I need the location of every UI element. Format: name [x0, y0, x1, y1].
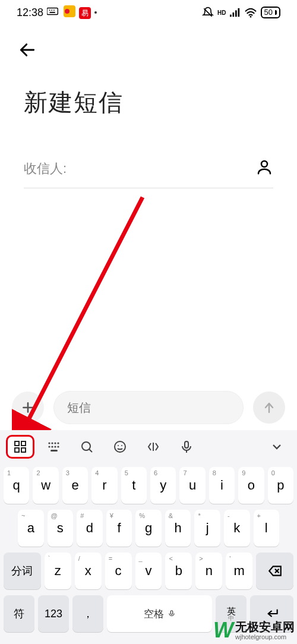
back-button[interactable]	[14, 37, 40, 65]
shift-key[interactable]: 分词	[4, 553, 41, 589]
status-bar: 12:38 易 HD 50	[0, 0, 297, 25]
key-s[interactable]: @s	[48, 510, 74, 547]
svg-rect-9	[238, 8, 239, 17]
arrow-up-icon	[262, 400, 276, 415]
key-r[interactable]: 4r	[91, 467, 117, 504]
svg-point-20	[57, 442, 59, 444]
svg-point-11	[261, 161, 267, 167]
key-c[interactable]: =c	[105, 553, 132, 589]
key-o[interactable]: 9o	[238, 467, 264, 504]
svg-point-23	[54, 446, 56, 447]
svg-point-27	[115, 441, 125, 452]
keyboard-cursor-button[interactable]	[139, 435, 168, 459]
key-j[interactable]: *j	[194, 510, 220, 547]
page-title: 新建短信	[0, 67, 297, 137]
numbers-key[interactable]: 123	[38, 595, 69, 632]
recipient-label[interactable]: 收信人:	[24, 160, 67, 178]
keyboard-status-icon	[47, 7, 60, 19]
keyboard: 1q2w3e4r5t6y7u8i9o0p ~a@s#d¥f%g&h*j-k+l …	[0, 430, 297, 644]
chevron-down-icon	[270, 440, 284, 454]
svg-rect-15	[15, 448, 19, 452]
svg-rect-14	[21, 441, 26, 446]
key-l[interactable]: +l	[254, 510, 280, 547]
key-u[interactable]: 7u	[179, 467, 205, 504]
key-k[interactable]: -k	[224, 510, 250, 547]
add-attachment-button[interactable]	[12, 392, 44, 424]
svg-point-10	[249, 16, 251, 18]
wifi-icon	[244, 7, 257, 18]
svg-rect-7	[232, 12, 234, 17]
key-t[interactable]: 5t	[121, 467, 147, 504]
person-icon	[255, 158, 273, 176]
comma-key[interactable]: ，	[72, 595, 103, 632]
svg-rect-8	[235, 10, 237, 17]
key-m[interactable]: 'm	[226, 553, 252, 589]
space-key[interactable]: 空格	[107, 595, 212, 632]
key-z[interactable]: `z	[45, 553, 71, 589]
status-time: 12:38	[17, 7, 43, 19]
watermark: W 无极安卓网 wjhotelgroup.com	[213, 618, 297, 644]
watermark-url: wjhotelgroup.com	[235, 633, 295, 640]
svg-point-28	[118, 445, 119, 446]
key-e[interactable]: 3e	[62, 467, 88, 504]
svg-rect-25	[50, 450, 58, 452]
key-b[interactable]: <b	[165, 553, 192, 589]
keyboard-search-button[interactable]	[72, 435, 101, 459]
backspace-key[interactable]	[256, 553, 293, 589]
svg-point-2	[49, 10, 50, 11]
svg-point-22	[51, 446, 53, 447]
key-i[interactable]: 8i	[209, 467, 235, 504]
svg-point-19	[54, 442, 56, 444]
signal-icon	[230, 8, 241, 17]
more-indicator-icon	[94, 11, 97, 14]
weibo-icon	[64, 5, 75, 20]
key-w[interactable]: 2w	[33, 467, 58, 504]
key-a[interactable]: ~a	[18, 510, 44, 547]
netease-icon: 易	[79, 6, 91, 19]
key-d[interactable]: #d	[77, 510, 103, 547]
key-q[interactable]: 1q	[4, 467, 29, 504]
svg-point-21	[48, 446, 50, 447]
plus-icon	[20, 400, 36, 415]
hd-icon: HD	[217, 10, 226, 16]
key-n[interactable]: >n	[195, 553, 222, 589]
emoji-icon	[113, 440, 127, 454]
svg-point-4	[53, 10, 55, 11]
svg-rect-0	[47, 8, 58, 14]
keyboard-switch-button[interactable]	[39, 435, 68, 459]
watermark-title: 无极安卓网	[235, 620, 295, 633]
dnd-icon	[202, 7, 214, 18]
key-f[interactable]: ¥f	[106, 510, 132, 547]
backspace-icon	[267, 563, 283, 579]
keyboard-menu-button[interactable]	[6, 435, 34, 459]
send-button[interactable]	[253, 392, 285, 424]
key-g[interactable]: %g	[135, 510, 162, 547]
key-v[interactable]: _v	[135, 553, 162, 589]
svg-point-3	[51, 10, 52, 11]
compose-bar	[0, 391, 297, 424]
grid-icon	[13, 440, 27, 454]
keyboard-voice-button[interactable]	[172, 435, 201, 459]
svg-point-24	[57, 446, 59, 447]
svg-point-17	[48, 442, 50, 444]
keyboard-icon	[46, 440, 61, 454]
svg-point-26	[82, 442, 90, 450]
key-h[interactable]: &h	[165, 510, 191, 547]
svg-rect-5	[50, 11, 55, 12]
contacts-button[interactable]	[255, 158, 273, 179]
key-y[interactable]: 6y	[150, 467, 176, 504]
svg-rect-6	[230, 15, 232, 17]
search-icon	[80, 440, 94, 454]
svg-rect-31	[185, 441, 188, 448]
svg-point-18	[51, 442, 53, 444]
key-x[interactable]: /x	[75, 553, 102, 589]
keyboard-emoji-button[interactable]	[106, 435, 134, 459]
keyboard-collapse-button[interactable]	[263, 435, 291, 459]
message-input[interactable]	[53, 391, 244, 424]
keyboard-toolbar	[0, 430, 297, 463]
cursor-icon	[146, 440, 160, 454]
svg-rect-16	[21, 448, 26, 452]
svg-rect-33	[170, 611, 173, 614]
symbols-key[interactable]: 符	[4, 595, 34, 632]
key-p[interactable]: 0p	[268, 467, 293, 504]
